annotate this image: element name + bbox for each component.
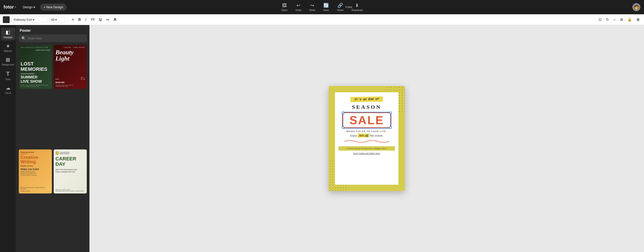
poster-bring-color: BRING COLOR TO YOUR LIFE.	[346, 130, 387, 132]
logo: fotor ®	[4, 4, 16, 9]
poster-enjoy: Enjoy 30% off this season.	[350, 134, 383, 137]
rotate-icon: ↻	[606, 17, 609, 22]
bold-button[interactable]: B	[77, 17, 82, 22]
chevron-down-icon: ▾	[34, 5, 35, 9]
poster-season: SEASON	[352, 104, 382, 110]
top-bar: fotor ® Design ▾ + New Design 🖼 Open ↩ U…	[0, 0, 644, 14]
template-card-2[interactable]: LIMITED · TIME OFFER BeautyLight #324 MA…	[54, 45, 87, 89]
share-button[interactable]: 🔗 Share	[335, 2, 345, 12]
background-icon: ▦	[6, 57, 10, 62]
italic-label: I	[86, 18, 86, 22]
lock-icon: 🔒	[628, 17, 632, 22]
layers-icon: ⊞	[620, 17, 623, 22]
download-icon: ⬇	[355, 3, 359, 8]
format-bar: Raleway Extr ▾ 60 ▾ ≡ B I TT U ⇔ A ⊡ ↻ ○…	[0, 14, 644, 25]
template-card-1[interactable]: ART ACOUSTIC PRODUCTION SOMETHING MORE L…	[19, 45, 52, 89]
panel-title: Poster	[16, 25, 90, 34]
italic-button[interactable]: I	[84, 17, 88, 22]
design-button[interactable]: Design ▾	[20, 4, 37, 10]
material-icon: ★	[6, 43, 10, 49]
poster-this-season: this season.	[370, 134, 383, 137]
sidebar-item-texts[interactable]: T Texts	[1, 69, 15, 82]
handle-top-left[interactable]	[342, 112, 344, 114]
poster-discount: 30% off	[358, 134, 369, 137]
font-chevron-icon: ▾	[33, 18, 34, 21]
circle-icon: ○	[613, 18, 616, 22]
text-case-icon: A	[114, 17, 116, 22]
sidebar-item-background-label: Background	[2, 63, 14, 66]
save-button[interactable]: 🔄 Save	[322, 2, 331, 12]
open-label: Open	[282, 9, 288, 11]
texts-icon: T	[6, 70, 10, 77]
size-button[interactable]: TT	[90, 17, 96, 22]
undo-button[interactable]: ↩ Undo	[294, 2, 303, 12]
text-case-button[interactable]: A	[112, 16, 118, 23]
undo-icon: ↩	[296, 3, 300, 8]
template-card-3[interactable]: Tutoring School CreativeWriting Starter …	[19, 149, 52, 194]
save-icon: 🔄	[323, 3, 329, 8]
poster-canvas[interactable]: It's an End of SEASON SALE BRING COLOR T…	[329, 86, 405, 191]
download-button[interactable]: ⬇ Download	[350, 2, 364, 12]
toolbar-center: 🖼 Open ↩ Undo ↪ Redo 🔄 Save 🔗 Share ⬇ Do…	[280, 2, 364, 12]
delete-button[interactable]: 🗑	[635, 17, 641, 22]
template-icon: ◧	[6, 29, 10, 35]
crop-button[interactable]: ⊡	[597, 16, 603, 22]
cloud-icon: ☁	[6, 85, 10, 91]
save-label: Save	[323, 9, 329, 11]
sidebar-item-cloud-label: Cloud	[5, 92, 11, 94]
poster-content: It's an End of SEASON SALE BRING COLOR T…	[335, 92, 398, 185]
download-label: Download	[352, 9, 363, 11]
redo-button[interactable]: ↪ Redo	[308, 2, 317, 12]
templates-grid: ART ACOUSTIC PRODUCTION SOMETHING MORE L…	[16, 45, 90, 252]
wave-svg	[342, 140, 392, 143]
undo-label: Undo	[296, 9, 301, 11]
handle-bottom-left[interactable]	[342, 126, 344, 129]
avatar[interactable]: 🧑	[632, 3, 640, 11]
handle-bottom-right[interactable]	[389, 126, 392, 129]
sidebar-item-material[interactable]: ★ Material	[1, 41, 15, 54]
poster-sale-box[interactable]: SALE	[342, 112, 391, 128]
font-name-label: Raleway Extr	[14, 18, 32, 21]
circle-button[interactable]: ○	[612, 17, 617, 22]
size-icon: TT	[91, 18, 94, 21]
search-input[interactable]	[28, 37, 84, 40]
sidebar-item-template-label: Template	[3, 36, 12, 39]
align-icon: ≡	[72, 18, 74, 22]
delete-icon: 🗑	[636, 18, 640, 22]
rotate-button[interactable]: ↻	[605, 16, 610, 22]
sidebar-item-background[interactable]: ▦ Background	[1, 55, 15, 68]
font-size-chevron-icon: ▾	[55, 18, 57, 21]
font-family-selector[interactable]: Raleway Extr ▾	[12, 17, 48, 22]
poster-tag: It's an End of	[350, 96, 383, 102]
new-design-button[interactable]: + New Design	[40, 3, 67, 11]
poster-wave-decoration	[342, 140, 392, 144]
align-button[interactable]: ≡	[70, 17, 75, 22]
share-label: Share	[337, 9, 344, 11]
canvas-area: It's an End of SEASON SALE BRING COLOR T…	[90, 25, 644, 252]
sidebar-item-cloud[interactable]: ☁ Cloud	[1, 83, 15, 96]
underline-icon: U	[99, 18, 102, 22]
text-color-swatch[interactable]	[3, 16, 10, 23]
sidebar-item-texts-label: Texts	[5, 78, 10, 81]
letter-spacing-icon: ⇔	[106, 17, 109, 22]
open-icon: 🖼	[282, 3, 287, 8]
sidebar-item-template[interactable]: ◧ Template	[1, 28, 15, 40]
open-button[interactable]: 🖼 Open	[280, 2, 289, 12]
format-right-actions: ⊡ ↻ ○ ⊞ 🔒 🗑	[597, 16, 641, 22]
layers-button[interactable]: ⊞	[619, 16, 624, 22]
handle-top-right[interactable]	[389, 112, 392, 114]
lock-button[interactable]: 🔒	[626, 16, 633, 22]
template-card-4[interactable]: YS YELLOW STARHIGH SCHOOL CAREERDAY MEET…	[54, 149, 87, 194]
font-size-value: 60	[51, 18, 55, 21]
poster-sale-text: SALE	[350, 114, 384, 126]
design-label: Design	[23, 5, 33, 9]
share-icon: 🔗	[338, 3, 343, 8]
avatar-image: 🧑	[634, 5, 639, 9]
font-size-selector[interactable]: 60 ▾	[49, 17, 65, 22]
underline-button[interactable]: U	[98, 17, 103, 22]
redo-label: Redo	[310, 9, 315, 11]
left-panel: Poster 🔍 ART ACOUSTIC PRODUCTION SOMETHI…	[16, 25, 90, 252]
letter-spacing-button[interactable]: ⇔	[105, 16, 110, 22]
poster-enjoy-text: Enjoy	[350, 134, 357, 137]
separator-1	[68, 17, 68, 22]
